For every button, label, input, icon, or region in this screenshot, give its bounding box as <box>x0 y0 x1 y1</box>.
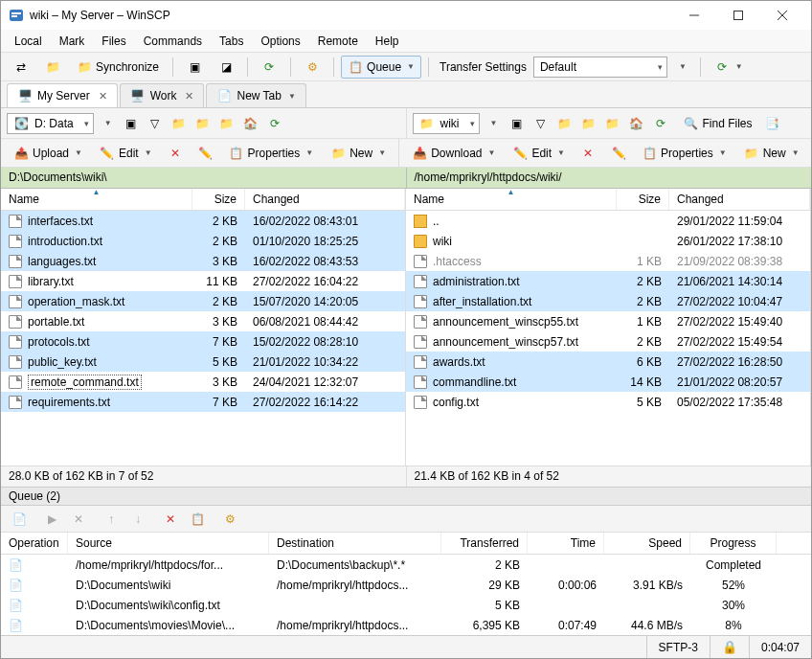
file-row[interactable]: announcement_winscp55.txt1 KB27/02/2022 … <box>406 311 810 331</box>
bookmark-icon[interactable]: 📑 <box>762 113 783 134</box>
delete-icon[interactable]: ✕ <box>161 142 190 165</box>
queue-body[interactable]: 📄/home/mprikryl/httpdocs/for...D:\Docume… <box>1 555 811 635</box>
find-files-button[interactable]: 🔍Find Files <box>677 112 759 135</box>
file-row[interactable]: requirements.txt7 KB27/02/2022 16:14:22 <box>1 392 405 412</box>
queue-settings-icon[interactable]: ⚙ <box>219 509 240 530</box>
upload-button[interactable]: 📤Upload▼ <box>7 142 89 165</box>
queue-remove-icon[interactable]: ✕ <box>160 509 181 530</box>
tab-close-icon[interactable]: ✕ <box>185 90 193 102</box>
local-grid-body[interactable]: interfaces.txt2 KB16/02/2022 08:43:01int… <box>1 211 405 466</box>
download-button[interactable]: 📥Download▼ <box>405 142 502 165</box>
filter-icon[interactable]: ▽ <box>145 113 166 134</box>
delete-icon[interactable]: ✕ <box>574 142 602 165</box>
file-row[interactable]: wiki26/01/2022 17:38:10 <box>406 231 810 251</box>
queue-row[interactable]: 📄D:\Documents\wiki/home/mprikryl/httpdoc… <box>1 575 811 595</box>
forward-icon[interactable]: 📁 <box>578 113 599 134</box>
queue-down-icon[interactable]: ↓ <box>127 509 148 530</box>
qcol-progress[interactable]: Progress <box>690 533 777 554</box>
history-icon[interactable]: ▣ <box>121 113 142 134</box>
file-row[interactable]: after_installation.txt2 KB27/02/2022 10:… <box>406 291 810 311</box>
queue-header[interactable]: Queue (2) <box>1 487 811 506</box>
remote-folder-combo[interactable]: 📁wiki <box>413 113 480 134</box>
qcol-operation[interactable]: Operation <box>1 533 68 554</box>
file-row[interactable]: interfaces.txt2 KB16/02/2022 08:43:01 <box>1 211 405 231</box>
new-button[interactable]: 📁New▼ <box>324 142 393 165</box>
queue-cancel-icon[interactable]: ✕ <box>68 509 89 530</box>
col-size[interactable]: Size <box>192 189 245 210</box>
filter-icon[interactable]: ▽ <box>530 113 552 134</box>
session-tab-new[interactable]: 📄 New Tab ▼ <box>206 83 305 107</box>
queue-row[interactable]: 📄D:\Documents\movies\Movie\.../home/mpri… <box>1 615 811 635</box>
qcol-source[interactable]: Source <box>68 533 269 554</box>
file-row[interactable]: portable.txt3 KB06/08/2021 08:44:42 <box>1 311 405 331</box>
file-row[interactable]: introduction.txt2 KB01/10/2020 18:25:25 <box>1 231 405 251</box>
refresh-icon[interactable]: ⟳ <box>264 113 285 134</box>
minimize-button[interactable] <box>672 2 715 29</box>
menu-tabs[interactable]: Tabs <box>212 32 251 51</box>
nav-dropdown-icon[interactable]: ▼ <box>483 113 504 134</box>
file-row[interactable]: public_key.txt5 KB21/01/2022 10:34:22 <box>1 352 405 372</box>
local-path[interactable]: D:\Documents\wiki\ <box>1 168 406 189</box>
col-name[interactable]: ▲Name <box>406 189 617 210</box>
menu-commands[interactable]: Commands <box>136 32 210 51</box>
session-tab-myserver[interactable]: 🖥️ My Server ✕ <box>7 83 118 107</box>
queue-row[interactable]: 📄/home/mprikryl/httpdocs/for...D:\Docume… <box>1 555 811 575</box>
close-button[interactable] <box>760 2 803 29</box>
settings-icon[interactable]: ⚙ <box>298 56 327 79</box>
queue-play-icon[interactable]: ▶ <box>41 509 62 530</box>
menu-mark[interactable]: Mark <box>52 32 93 51</box>
properties-button[interactable]: 📋Properties▼ <box>222 142 321 165</box>
toggle-panes-icon[interactable]: ⇄ <box>7 56 35 79</box>
chevron-down-icon[interactable]: ▼ <box>288 92 296 101</box>
file-row[interactable]: commandline.txt14 KB21/01/2022 08:20:57 <box>406 372 810 392</box>
col-changed[interactable]: Changed <box>669 189 810 210</box>
remote-path[interactable]: /home/mprikryl/httpdocs/wiki/ <box>406 168 812 189</box>
file-row[interactable]: protocols.txt7 KB15/02/2022 08:28:10 <box>1 331 405 352</box>
compare-icon[interactable]: ◪ <box>212 56 240 79</box>
col-changed[interactable]: Changed <box>245 189 405 210</box>
new-button[interactable]: 📁New▼ <box>737 142 806 165</box>
qcol-destination[interactable]: Destination <box>269 533 441 554</box>
menu-options[interactable]: Options <box>253 32 307 51</box>
back-icon[interactable]: 📁 <box>554 113 575 134</box>
queue-add-icon[interactable]: 📄 <box>9 509 30 530</box>
sync-browse-icon[interactable]: 📁 <box>38 56 67 79</box>
file-row[interactable]: administration.txt2 KB21/06/2021 14:30:1… <box>406 271 810 291</box>
refresh-icon[interactable]: ⟳ <box>255 56 283 79</box>
remote-grid-body[interactable]: ..29/01/2022 11:59:04wiki26/01/2022 17:3… <box>406 211 810 466</box>
queue-row[interactable]: 📄D:\Documents\wiki\config.txt5 KB30% <box>1 595 811 615</box>
menu-files[interactable]: Files <box>94 32 133 51</box>
transfer-dropdown-icon[interactable]: ▼ <box>670 58 693 75</box>
queue-button[interactable]: 📋Queue▼ <box>341 56 421 79</box>
forward-icon[interactable]: 📁 <box>192 113 214 134</box>
file-row[interactable]: .htaccess1 KB21/09/2022 08:39:38 <box>406 251 810 271</box>
parent-icon[interactable]: 📁 <box>216 113 237 134</box>
history-icon[interactable]: ▣ <box>507 113 528 134</box>
file-row[interactable]: config.txt5 KB05/02/2022 17:35:48 <box>406 392 810 412</box>
parent-icon[interactable]: 📁 <box>602 113 623 134</box>
file-row[interactable]: languages.txt3 KB16/02/2022 08:43:53 <box>1 251 405 271</box>
synchronize-button[interactable]: 📁Synchronize <box>70 56 166 79</box>
queue-up-icon[interactable]: ↑ <box>101 509 122 530</box>
file-row[interactable]: ..29/01/2022 11:59:04 <box>406 211 810 231</box>
session-tab-work[interactable]: 🖥️ Work ✕ <box>120 83 205 107</box>
properties-button[interactable]: 📋Properties▼ <box>635 142 733 165</box>
nav-dropdown-icon[interactable]: ▼ <box>97 113 118 134</box>
edit-button[interactable]: ✏️Edit▼ <box>506 142 572 165</box>
col-size[interactable]: Size <box>617 189 669 210</box>
console-icon[interactable]: ▣ <box>180 56 209 79</box>
refresh-icon[interactable]: ⟳ <box>650 113 671 134</box>
file-row[interactable]: announcement_winscp57.txt2 KB27/02/2022 … <box>406 331 810 352</box>
file-row[interactable]: awards.txt6 KB27/02/2022 16:28:50 <box>406 352 810 372</box>
back-icon[interactable]: 📁 <box>169 113 190 134</box>
tab-close-icon[interactable]: ✕ <box>99 90 107 102</box>
file-row[interactable]: library.txt11 KB27/02/2022 16:04:22 <box>1 271 405 291</box>
rename-icon[interactable]: ✏️ <box>604 142 633 165</box>
home-icon[interactable]: 🏠 <box>626 113 647 134</box>
edit-button[interactable]: ✏️Edit▼ <box>93 142 159 165</box>
qcol-time[interactable]: Time <box>528 533 604 554</box>
file-row[interactable]: remote_command.txt3 KB24/04/2021 12:32:0… <box>1 372 405 392</box>
maximize-button[interactable] <box>716 2 759 29</box>
menu-remote[interactable]: Remote <box>310 32 366 51</box>
home-icon[interactable]: 🏠 <box>240 113 261 134</box>
